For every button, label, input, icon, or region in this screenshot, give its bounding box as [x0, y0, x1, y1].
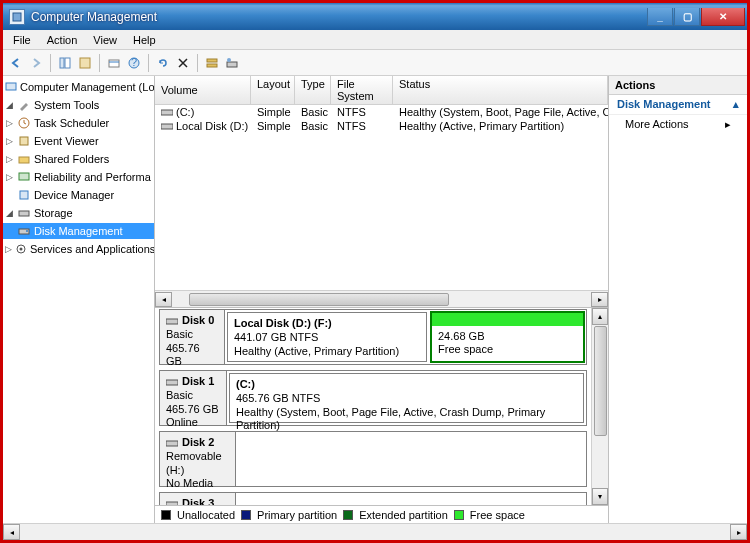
scroll-right-icon[interactable]: ▸: [730, 524, 747, 540]
tools-icon: [17, 98, 31, 112]
rescan-icon[interactable]: [223, 54, 241, 72]
volume-row[interactable]: (C:)SimpleBasicNTFSHealthy (System, Boot…: [155, 105, 608, 119]
actions-more[interactable]: More Actions▸: [609, 115, 747, 134]
monitor-icon: [17, 170, 31, 184]
expand-icon[interactable]: ▷: [5, 173, 14, 182]
scroll-left-icon[interactable]: ◂: [155, 292, 172, 307]
event-icon: [17, 134, 31, 148]
col-layout[interactable]: Layout: [251, 76, 295, 104]
forward-button[interactable]: [27, 54, 45, 72]
disk-vscrollbar[interactable]: ▴ ▾: [591, 308, 608, 505]
col-filesystem[interactable]: File System: [331, 76, 393, 104]
tree-storage[interactable]: ◢Storage: [3, 205, 154, 221]
refresh-button[interactable]: [154, 54, 172, 72]
disk-name: Disk 0: [182, 314, 214, 328]
partition-status: Healthy (Active, Primary Partition): [234, 345, 420, 359]
svg-rect-24: [161, 124, 173, 129]
outer-hscrollbar[interactable]: ◂ ▸: [3, 523, 747, 540]
col-volume[interactable]: Volume: [155, 76, 251, 104]
volume-type: Basic: [295, 119, 331, 133]
col-type[interactable]: Type: [295, 76, 331, 104]
svg-rect-23: [161, 110, 173, 115]
disk-type: Basic: [166, 328, 218, 342]
scroll-thumb[interactable]: [594, 326, 607, 436]
nav-tree[interactable]: Computer Management (Local ◢System Tools…: [3, 76, 155, 523]
volume-list: Volume Layout Type File System Status (C…: [155, 76, 608, 308]
partition[interactable]: 24.68 GBFree space: [430, 311, 585, 363]
tree-event-viewer[interactable]: ▷Event Viewer: [3, 133, 154, 149]
computer-icon: [5, 80, 17, 94]
disk-type: Basic: [166, 389, 220, 403]
menu-file[interactable]: File: [5, 32, 39, 48]
titlebar[interactable]: Computer Management _ ▢ ✕: [3, 3, 747, 30]
disk-row[interactable]: Disk 1Basic465.76 GBOnline (C:)465.76 GB…: [159, 370, 587, 426]
menu-view[interactable]: View: [85, 32, 125, 48]
disk-icon: [17, 224, 31, 238]
tree-device-manager[interactable]: Device Manager: [3, 187, 154, 203]
tree-shared-folders[interactable]: ▷Shared Folders: [3, 151, 154, 167]
volume-row[interactable]: Local Disk (D:) (F:)SimpleBasicNTFSHealt…: [155, 119, 608, 133]
device-icon: [17, 188, 31, 202]
volume-header: Volume Layout Type File System Status: [155, 76, 608, 105]
tree-services[interactable]: ▷Services and Applications: [3, 241, 154, 257]
main-area: Computer Management (Local ◢System Tools…: [3, 76, 747, 523]
expand-icon[interactable]: ▷: [5, 155, 14, 164]
scroll-thumb[interactable]: [189, 293, 449, 306]
disk-row[interactable]: Disk 3: [159, 492, 587, 505]
close-button[interactable]: ✕: [701, 8, 745, 26]
tree-disk-management[interactable]: Disk Management: [3, 223, 154, 239]
expand-icon[interactable]: ▷: [5, 137, 14, 146]
settings-icon[interactable]: [203, 54, 221, 72]
volume-fs: NTFS: [331, 119, 393, 133]
partition[interactable]: Local Disk (D:) (F:)441.07 GB NTFSHealth…: [227, 312, 427, 362]
svg-rect-14: [20, 137, 28, 145]
volume-layout: Simple: [251, 105, 295, 119]
partition-status: Free space: [438, 343, 577, 357]
collapse-icon[interactable]: ▴: [733, 98, 739, 111]
properties-button[interactable]: [105, 54, 123, 72]
minimize-button[interactable]: _: [647, 8, 673, 26]
tree-reliability[interactable]: ▷Reliability and Performa: [3, 169, 154, 185]
tree-root[interactable]: Computer Management (Local: [3, 79, 154, 95]
legend-unallocated-swatch: [161, 510, 171, 520]
tree-system-tools[interactable]: ◢System Tools: [3, 97, 154, 113]
disk-row[interactable]: Disk 0Basic465.76 GBOnlineLocal Disk (D:…: [159, 309, 587, 365]
menu-action[interactable]: Action: [39, 32, 86, 48]
disk-icon: [166, 377, 178, 387]
partition[interactable]: (C:)465.76 GB NTFSHealthy (System, Boot,…: [229, 373, 584, 423]
actions-header: Actions: [609, 76, 747, 95]
partition-size: 24.68 GB: [438, 330, 577, 344]
collapse-icon[interactable]: ◢: [5, 209, 14, 218]
disk-partitions: (C:)465.76 GB NTFSHealthy (System, Boot,…: [227, 371, 586, 425]
scroll-up-icon[interactable]: ▴: [592, 308, 608, 325]
svg-rect-12: [6, 83, 16, 90]
menu-help[interactable]: Help: [125, 32, 164, 48]
scroll-down-icon[interactable]: ▾: [592, 488, 608, 505]
volume-status: Healthy (System, Boot, Page File, Active…: [393, 105, 608, 119]
volume-hscrollbar[interactable]: ◂ ▸: [155, 290, 608, 307]
expand-icon[interactable]: ▷: [5, 245, 12, 254]
col-status[interactable]: Status: [393, 76, 608, 104]
window-title: Computer Management: [31, 10, 646, 24]
scroll-right-icon[interactable]: ▸: [591, 292, 608, 307]
partition-size: 441.07 GB NTFS: [234, 331, 420, 345]
clock-icon: [17, 116, 31, 130]
show-hide-tree-button[interactable]: [56, 54, 74, 72]
back-button[interactable]: [7, 54, 25, 72]
help-button[interactable]: ?: [125, 54, 143, 72]
scroll-left-icon[interactable]: ◂: [3, 524, 20, 540]
actions-group[interactable]: Disk Management▴: [609, 95, 747, 115]
svg-point-22: [20, 248, 23, 251]
disk-name: Disk 2: [182, 436, 214, 450]
volume-fs: NTFS: [331, 105, 393, 119]
volume-name: Local Disk (D:) (F:): [176, 120, 251, 132]
tree-task-scheduler[interactable]: ▷Task Scheduler: [3, 115, 154, 131]
partition-label: Local Disk (D:) (F:): [234, 317, 420, 331]
export-list-button[interactable]: [76, 54, 94, 72]
maximize-button[interactable]: ▢: [674, 8, 700, 26]
delete-icon[interactable]: [174, 54, 192, 72]
disk-row[interactable]: Disk 2Removable (H:)No Media: [159, 431, 587, 487]
expand-icon[interactable]: ▷: [5, 119, 14, 128]
svg-rect-15: [19, 157, 29, 163]
collapse-icon[interactable]: ◢: [5, 101, 14, 110]
